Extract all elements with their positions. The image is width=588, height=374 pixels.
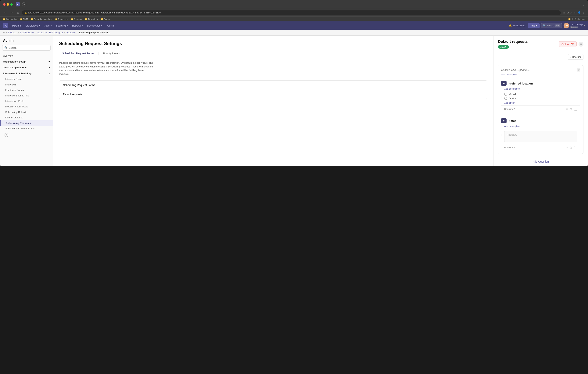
main-content: Scheduling Request Settings Scheduling R… bbox=[53, 36, 493, 166]
bookmark-ta[interactable]: 📁TA leaders bbox=[85, 18, 98, 20]
sidebar-search[interactable]: 🔍 bbox=[2, 45, 51, 51]
tab-priority-levels[interactable]: Priority Levels bbox=[100, 50, 123, 57]
sidebar-item-overview[interactable]: Overview bbox=[0, 53, 53, 59]
delete-button-1[interactable]: 🗑 bbox=[570, 146, 572, 149]
search-button[interactable]: 🔍 Search ⌘K bbox=[541, 23, 562, 28]
required-checkbox-0[interactable] bbox=[574, 108, 577, 111]
question-notes: ⋮⋮ B Notes Add description Rich text... … bbox=[498, 115, 583, 154]
notifications-button[interactable]: 🔔 Notifications bbox=[507, 24, 527, 27]
avatar[interactable]: JO bbox=[564, 23, 569, 28]
refresh-button[interactable]: ↻ bbox=[16, 11, 20, 15]
sidebar-sub-room-pools[interactable]: Meeting Room Pools bbox=[0, 104, 53, 109]
radio-onsite[interactable] bbox=[504, 97, 507, 100]
required-label-1: Required? bbox=[504, 146, 515, 149]
traffic-lights bbox=[3, 3, 13, 6]
menu-icon[interactable]: ⋮ bbox=[582, 11, 585, 14]
breadcrumb-more[interactable]: 3 More... bbox=[8, 31, 17, 34]
bookmarks-bar: 📁Onboarding 📁PMM 📁Recurring meetings 📁Re… bbox=[0, 16, 588, 21]
add-question-button[interactable]: Add Question bbox=[498, 157, 583, 166]
tab-scheduling-forms[interactable]: Scheduling Request Forms bbox=[59, 50, 97, 57]
drag-handle-icon-1[interactable]: ⋮⋮ bbox=[498, 133, 502, 136]
nav-pipeline[interactable]: Pipeline bbox=[10, 21, 23, 30]
sidebar-section-interviews[interactable]: Interviews & Scheduling ▴ bbox=[0, 71, 53, 76]
maximize-button[interactable] bbox=[10, 3, 13, 6]
bookmark-pmm[interactable]: 📁PMM bbox=[20, 18, 28, 20]
nav-dashboards[interactable]: Dashboards ▾ bbox=[85, 21, 105, 30]
bookmark-recurring[interactable]: 📁Recurring meetings bbox=[31, 18, 52, 20]
sidebar-search-input[interactable] bbox=[9, 46, 49, 49]
user-circle-icon[interactable]: 👤 bbox=[578, 11, 581, 14]
breadcrumb-staff-designer[interactable]: Staff Designer bbox=[20, 31, 34, 34]
nav-candidates[interactable]: Candidates ▾ bbox=[23, 21, 42, 30]
sidebar-sub-scheduling-requests[interactable]: Scheduling Requests bbox=[0, 120, 53, 126]
copy-button-0[interactable]: ⧉ bbox=[566, 107, 568, 111]
help-icon[interactable]: ? bbox=[5, 133, 8, 137]
breadcrumb-back[interactable]: ↩ bbox=[3, 31, 5, 34]
content-description: Manage scheduling request forms for your… bbox=[59, 61, 154, 76]
back-button[interactable]: ← bbox=[3, 11, 8, 15]
nav-sourcing[interactable]: Sourcing ▾ bbox=[54, 21, 70, 30]
add-button[interactable]: Add ▾ bbox=[528, 23, 540, 28]
add-section-description[interactable]: Add description bbox=[498, 73, 583, 78]
panel-title: Default requests bbox=[498, 39, 528, 44]
section-delete-button[interactable]: 🗑 bbox=[577, 68, 580, 72]
required-checkbox-1[interactable] bbox=[574, 146, 577, 149]
bookmark-specs[interactable]: 📁Specs bbox=[101, 18, 110, 20]
tab-overflow-icon[interactable]: ⌄ bbox=[582, 2, 585, 6]
required-row-1: Required? ⧉ 🗑 bbox=[501, 144, 580, 151]
rich-text-area[interactable]: Rich text... bbox=[504, 131, 577, 142]
reorder-button[interactable]: ↕ Reorder bbox=[568, 54, 583, 60]
minimize-button[interactable] bbox=[7, 3, 9, 6]
drag-handle-icon[interactable]: ⋮⋮ bbox=[498, 95, 502, 98]
question-preferred-location: ⋮⋮ ◉ Preferred location Add description … bbox=[498, 78, 583, 115]
breadcrumb-overview[interactable]: Overview bbox=[66, 31, 76, 34]
nav-jobs[interactable]: Jobs ▾ bbox=[42, 21, 54, 30]
panel-header: Default requests Active Archive 📅 × bbox=[494, 36, 588, 52]
question-title-0: Preferred location bbox=[508, 82, 533, 85]
section-title-input[interactable] bbox=[501, 68, 577, 71]
sidebar-section-org[interactable]: Organization Setup ▾ bbox=[0, 59, 53, 64]
profile-icon[interactable]: A bbox=[571, 11, 572, 14]
bookmark-resources[interactable]: 📁Resources bbox=[55, 18, 68, 20]
required-row-0: Required? ⧉ 🗑 bbox=[501, 105, 580, 113]
panel-subheader: ↕ Reorder bbox=[494, 52, 588, 62]
tab-bar: Scheduling Request Forms | Priority Leve… bbox=[59, 50, 487, 57]
sidebar-sub-sched-comm[interactable]: Scheduling Communication bbox=[0, 126, 53, 131]
extensions-icon[interactable]: ⚙ bbox=[567, 11, 569, 14]
copy-button-1[interactable]: ⧉ bbox=[566, 146, 568, 149]
question-icon-0: ◉ bbox=[501, 81, 506, 86]
close-panel-button[interactable]: × bbox=[578, 42, 583, 47]
nav-admin[interactable]: Admin bbox=[105, 21, 116, 30]
sidebar-sub-feedback-forms[interactable]: Feedback Forms bbox=[0, 87, 53, 93]
sidebar-sub-interviewer-pools[interactable]: Interviewer Pools bbox=[0, 98, 53, 104]
page-title: Scheduling Request Settings bbox=[59, 41, 487, 46]
sidebar-sub-sched-defaults[interactable]: Scheduling Defaults bbox=[0, 109, 53, 115]
sidebar-sub-briefing[interactable]: Interview Briefing Info bbox=[0, 93, 53, 98]
star-icon[interactable]: ☆ bbox=[563, 11, 565, 14]
close-button[interactable] bbox=[3, 3, 5, 6]
user-menu-chevron[interactable]: ▾ bbox=[584, 24, 585, 27]
delete-button-0[interactable]: 🗑 bbox=[570, 108, 572, 111]
sidebar-sub-interview-plans[interactable]: Interview Plans bbox=[0, 76, 53, 82]
new-tab-button[interactable]: + bbox=[22, 2, 26, 6]
bookmark-strategy[interactable]: 📁Strategy bbox=[71, 18, 82, 20]
add-question-description-1[interactable]: Add description bbox=[501, 125, 580, 129]
breadcrumb: ↩ • 3 More... › Staff Designer › Isaac K… bbox=[0, 30, 588, 36]
all-bookmarks[interactable]: 📂 All Bookmarks bbox=[568, 18, 585, 20]
forward-button[interactable]: → bbox=[10, 11, 14, 15]
form-item-0[interactable]: Scheduling Request Forms bbox=[59, 81, 487, 90]
form-item-1[interactable]: Default requests bbox=[59, 90, 487, 99]
url-input[interactable]: 🔒 app.ashbyhq.com/admin/interview/schedu… bbox=[22, 11, 561, 15]
right-panel: Default requests Active Archive 📅 × ↕ Re… bbox=[493, 36, 588, 166]
sidebar-sub-debrief[interactable]: Debrief Defaults bbox=[0, 115, 53, 120]
sidebar-section-jobs[interactable]: Jobs & Applications ▾ bbox=[0, 64, 53, 71]
add-option-button-0[interactable]: Add option bbox=[501, 100, 580, 105]
breadcrumb-isaac[interactable]: Isaac Kim: Staff Designer bbox=[37, 31, 63, 34]
archive-button[interactable]: Archive 📅 bbox=[559, 41, 577, 47]
radio-virtual[interactable] bbox=[504, 93, 507, 96]
sidebar-sub-interviews[interactable]: Interviews bbox=[0, 82, 53, 87]
nav-reports[interactable]: Reports ▾ bbox=[70, 21, 85, 30]
bookmark-onboarding[interactable]: 📁Onboarding bbox=[3, 18, 17, 20]
download-icon[interactable]: ⬇ bbox=[574, 11, 576, 14]
add-question-description-0[interactable]: Add description bbox=[501, 87, 580, 92]
